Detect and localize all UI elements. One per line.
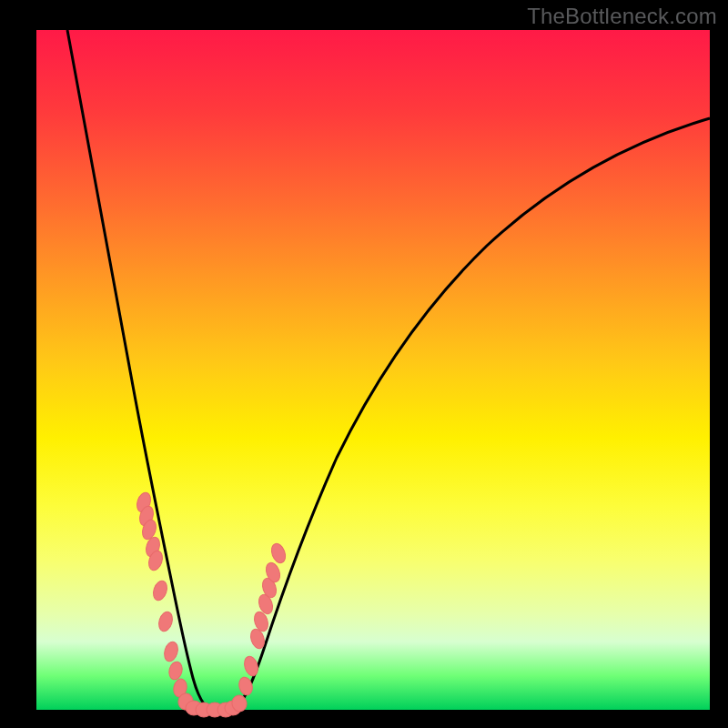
left-curve-line xyxy=(67,30,211,710)
right-curve-line xyxy=(233,118,710,710)
marker-dot xyxy=(269,541,288,564)
chart-frame: TheBottleneck.com xyxy=(0,0,728,728)
marker-dot xyxy=(242,654,260,677)
marker-dot xyxy=(162,640,180,662)
watermark-text: TheBottleneck.com xyxy=(527,4,717,29)
marker-dot xyxy=(157,610,175,632)
marker-dot xyxy=(151,579,169,602)
marker-dot xyxy=(167,661,184,682)
marker-group xyxy=(135,490,288,717)
chart-svg xyxy=(36,30,710,710)
